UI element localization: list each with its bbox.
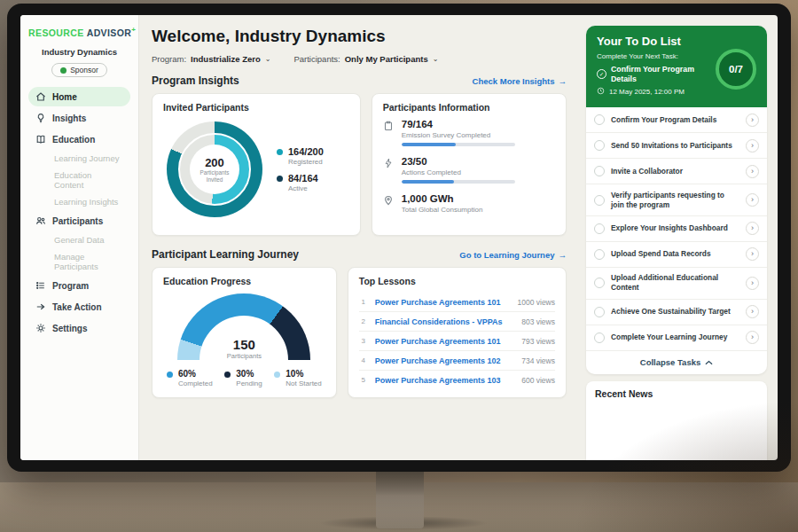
- todo-card: Your To Do List Complete Your Next Task:…: [586, 26, 767, 374]
- todo-task[interactable]: Verify participants requesting to join t…: [586, 184, 767, 216]
- task-checkbox-icon[interactable]: [594, 307, 605, 317]
- section-title: Participant Learning Journey: [152, 248, 299, 261]
- chevron-up-icon: [705, 357, 713, 367]
- sidebar-item-manage-participants[interactable]: Manage Participants: [28, 248, 130, 275]
- actions-completed-bar-fill: [402, 180, 454, 184]
- task-checkbox-icon[interactable]: [594, 249, 605, 260]
- program-insights-cards: Invited Participants 200 Participants In…: [152, 93, 567, 236]
- invited-legend: 164/200 Registered 84/164 Active: [277, 139, 324, 200]
- sidebar-item-home[interactable]: Home: [28, 87, 130, 106]
- lesson-row[interactable]: 3 Power Purchase Agreements 101 793 view…: [359, 332, 555, 351]
- page-title: Welcome, Industry Dynamics: [152, 27, 567, 46]
- todo-task[interactable]: Upload Spend Data Records ›: [586, 242, 767, 268]
- task-checkbox-icon[interactable]: [594, 332, 605, 343]
- invited-participants-card: Invited Participants 200 Participants In…: [152, 93, 361, 236]
- arrow-right-icon: →: [559, 76, 567, 86]
- task-checkbox-icon[interactable]: [594, 278, 605, 288]
- learning-journey-cards: Education Progress 150 Participants: [152, 267, 567, 398]
- legend-dot: [224, 372, 231, 378]
- learning-journey-header: Participant Learning Journey Go to Learn…: [152, 248, 567, 261]
- photo-scene: RESOURCE ADVISOR+ Industry Dynamics Spon…: [0, 0, 798, 532]
- legend-dot: [277, 149, 283, 155]
- sidebar: RESOURCE ADVISOR+ Industry Dynamics Spon…: [20, 15, 139, 460]
- org-name: Industry Dynamics: [28, 47, 130, 57]
- app-logo: RESOURCE ADVISOR+: [28, 26, 130, 38]
- lesson-link[interactable]: Power Purchase Agreements 103: [375, 376, 514, 385]
- lesson-row[interactable]: 5 Power Purchase Agreements 103 600 view…: [359, 371, 555, 389]
- arrow-action-icon: [35, 301, 46, 312]
- check-more-insights-link[interactable]: Check More Insights →: [473, 76, 567, 86]
- invited-participants-donut: 200 Participants Invited: [167, 121, 262, 217]
- program-dropdown[interactable]: Program: Industrialize Zero ⌄: [152, 54, 270, 64]
- list-icon: [35, 280, 46, 291]
- legend-dot: [167, 372, 173, 378]
- monitor-stand: [376, 470, 424, 528]
- sidebar-item-settings[interactable]: Settings: [28, 318, 130, 338]
- section-title: Program Insights: [152, 74, 239, 87]
- todo-header: Your To Do List Complete Your Next Task:…: [586, 26, 767, 107]
- emission-survey-bar-fill: [402, 143, 457, 146]
- sidebar-item-insights[interactable]: Insights: [28, 108, 130, 128]
- sidebar-item-learning-insights[interactable]: Learning Insights: [28, 193, 130, 210]
- chevron-right-icon[interactable]: ›: [746, 139, 759, 153]
- todo-task-list: Confirm Your Program Details › Send 50 I…: [586, 107, 767, 351]
- lesson-link[interactable]: Power Purchase Agreements 101: [375, 298, 511, 307]
- collapse-tasks-button[interactable]: Collapse Tasks: [586, 351, 767, 374]
- todo-task[interactable]: Achieve One Sustainability Target ›: [586, 300, 767, 325]
- arrow-right-icon: →: [559, 250, 567, 260]
- sidebar-item-education-content[interactable]: Education Content: [28, 167, 130, 193]
- lesson-row[interactable]: 4 Power Purchase Agreements 102 734 view…: [359, 351, 555, 371]
- task-checkbox-icon[interactable]: [594, 140, 605, 151]
- lightbulb-icon: [35, 113, 46, 123]
- todo-task[interactable]: Confirm Your Program Details ›: [586, 107, 767, 133]
- legend-registered: 164/200 Registered: [277, 146, 324, 166]
- task-checkbox-icon[interactable]: [594, 195, 605, 206]
- education-progress-gauge: 150 Participants: [177, 293, 310, 360]
- task-checkbox-icon[interactable]: [594, 223, 605, 234]
- dashboard-screen: RESOURCE ADVISOR+ Industry Dynamics Spon…: [20, 15, 778, 460]
- legend-dot: [277, 176, 283, 182]
- book-icon: [35, 134, 46, 145]
- clock-icon: [597, 87, 605, 97]
- todo-task[interactable]: Explore Your Insights Dashboard ›: [586, 216, 767, 242]
- lesson-row[interactable]: 1 Power Purchase Agreements 101 1000 vie…: [359, 293, 555, 312]
- org-section: Industry Dynamics Sponsor: [28, 47, 130, 78]
- people-icon: [35, 215, 46, 226]
- sidebar-item-general-data[interactable]: General Data: [28, 231, 130, 248]
- program-insights-header: Program Insights Check More Insights →: [152, 74, 567, 87]
- lesson-link[interactable]: Power Purchase Agreements 101: [375, 337, 514, 346]
- chevron-right-icon[interactable]: ›: [746, 331, 759, 344]
- sidebar-item-take-action[interactable]: Take Action: [28, 297, 130, 317]
- lesson-link[interactable]: Financial Considerations - VPPAs: [375, 317, 514, 326]
- chevron-right-icon[interactable]: ›: [746, 165, 759, 178]
- task-checkbox-icon[interactable]: [594, 114, 605, 125]
- sidebar-item-participants[interactable]: Participants: [28, 211, 130, 231]
- chevron-right-icon[interactable]: ›: [746, 247, 759, 261]
- sidebar-item-learning-journey[interactable]: Learning Journey: [28, 150, 130, 167]
- todo-task[interactable]: Upload Additional Educational Content ›: [586, 268, 767, 300]
- legend-dot: [274, 372, 280, 378]
- filters-row: Program: Industrialize Zero ⌄ Participan…: [152, 54, 567, 64]
- chevron-right-icon[interactable]: ›: [746, 305, 759, 318]
- chevron-right-icon[interactable]: ›: [746, 193, 759, 207]
- chevron-right-icon[interactable]: ›: [746, 277, 759, 290]
- todo-task[interactable]: Invite a Collaborator ›: [586, 159, 767, 184]
- education-progress-card: Education Progress 150 Participants: [152, 267, 337, 398]
- lesson-link[interactable]: Power Purchase Agreements 102: [375, 356, 514, 365]
- todo-progress-badge: 0/7: [716, 49, 756, 90]
- todo-task[interactable]: Send 50 Invitations to Participants ›: [586, 133, 767, 159]
- chevron-right-icon[interactable]: ›: [746, 222, 759, 235]
- go-to-learning-journey-link[interactable]: Go to Learning Journey →: [459, 250, 567, 260]
- legend-pending: 30% Pending: [224, 369, 262, 387]
- sidebar-item-education[interactable]: Education: [28, 129, 130, 149]
- monitor-bezel: RESOURCE ADVISOR+ Industry Dynamics Spon…: [7, 4, 791, 472]
- task-checkbox-icon[interactable]: [594, 166, 605, 176]
- participants-information-card: Participants Information 79/164 Emission…: [372, 93, 567, 236]
- sidebar-item-program[interactable]: Program: [28, 276, 130, 295]
- lesson-row[interactable]: 2 Financial Considerations - VPPAs 803 v…: [359, 312, 555, 332]
- todo-task[interactable]: Complete Your Learning Journey ›: [586, 325, 767, 351]
- participants-dropdown[interactable]: Participants: Only My Participants ⌄: [293, 54, 438, 64]
- sponsor-badge[interactable]: Sponsor: [51, 63, 107, 77]
- stat-emission-survey: 79/164 Emission Survey Completed: [383, 119, 555, 146]
- chevron-right-icon[interactable]: ›: [746, 113, 759, 127]
